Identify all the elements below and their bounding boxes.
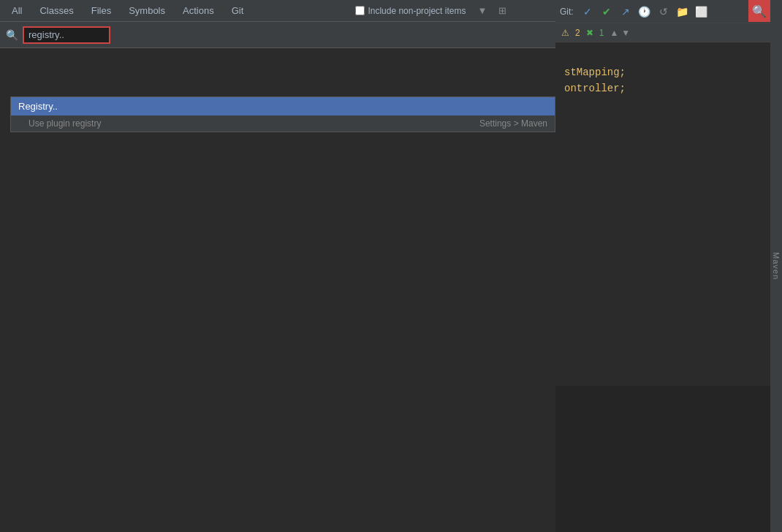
search-icon: 🔍	[6, 29, 18, 41]
include-non-project-label: Include non-project items	[368, 6, 466, 16]
git-check1-btn[interactable]: ✓	[580, 4, 596, 20]
right-panel: Git: ✓ ✔ ↗ 🕐 ↺ 📁 ⬜ ⚠ 2 ✖ 1 ▲ ▼ stMapping…	[555, 0, 782, 532]
maven-sidebar[interactable]: Maven	[770, 0, 782, 532]
git-label: Git:	[560, 7, 574, 17]
search-dropdown: Registry.. Use plugin registry Settings …	[10, 96, 555, 132]
git-check2-btn[interactable]: ✔	[599, 4, 615, 20]
tab-symbols[interactable]: Symbols	[120, 0, 174, 21]
include-non-project-checkbox[interactable]	[355, 6, 365, 15]
arrow-up-btn[interactable]: ▲	[610, 28, 618, 38]
code-editor-area[interactable]: stMapping; ontroller;	[555, 42, 782, 386]
dropdown-registry-item[interactable]: Registry..	[11, 97, 555, 115]
tab-actions[interactable]: Actions	[174, 0, 223, 21]
code-line-3: ontroller;	[564, 80, 773, 96]
registry-item-label: Registry..	[18, 101, 58, 112]
tab-files[interactable]: Files	[83, 0, 120, 21]
layout-icon[interactable]: ⊞	[498, 5, 506, 16]
git-arrow-btn[interactable]: ↗	[618, 4, 634, 20]
search-icon-red: 🔍	[752, 4, 767, 18]
tab-classes[interactable]: Classes	[31, 0, 82, 21]
git-folder-btn[interactable]: 📁	[675, 4, 691, 20]
main-left-panel: Registry.. Use plugin registry Settings …	[0, 48, 555, 532]
check-icon: ✖	[586, 28, 593, 38]
warning-icon: ⚠	[561, 28, 569, 38]
settings-maven-label: Settings > Maven	[479, 118, 547, 129]
git-history-btn[interactable]: 🕐	[637, 4, 653, 20]
warning-count: 2	[575, 28, 580, 38]
tab-git[interactable]: Git	[223, 0, 253, 21]
use-plugin-label: Use plugin registry	[29, 118, 101, 129]
lower-code-area	[555, 386, 782, 532]
dropdown-use-plugin[interactable]: Use plugin registry Settings > Maven	[11, 115, 555, 132]
git-window-btn[interactable]: ⬜	[694, 4, 710, 20]
top-right-search-button[interactable]: 🔍	[748, 0, 770, 22]
git-undo-btn[interactable]: ↺	[656, 4, 672, 20]
check-count: 1	[599, 28, 604, 38]
tab-all[interactable]: All	[3, 0, 31, 21]
code-line-2: stMapping;	[564, 64, 773, 80]
search-input[interactable]	[23, 26, 110, 44]
arrow-down-btn[interactable]: ▼	[621, 28, 630, 38]
problems-bar: ⚠ 2 ✖ 1 ▲ ▼	[555, 23, 782, 42]
code-line-1	[564, 48, 773, 64]
filter-icon[interactable]: ▼	[477, 5, 487, 16]
